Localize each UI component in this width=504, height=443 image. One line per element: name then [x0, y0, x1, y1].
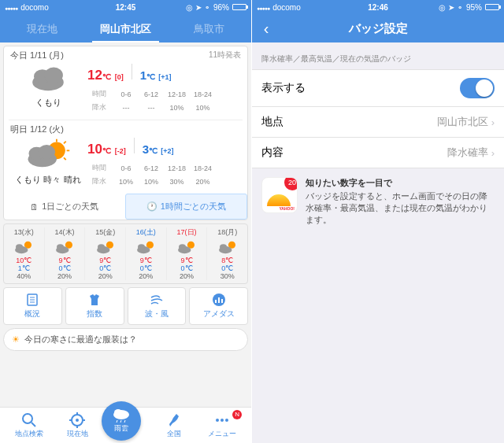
- svg-point-46: [114, 409, 122, 415]
- page-title: バッジ設定: [349, 21, 408, 36]
- today-block: 今日 1/11 (月) 11時発表 くもり 12℃ [0] 1℃ [+1] 時間…: [4, 46, 247, 120]
- partly-cloudy-icon: [24, 138, 72, 169]
- notification-badge: N: [232, 410, 242, 419]
- nav-bar: ‹ バッジ設定: [252, 14, 504, 42]
- week-col[interactable]: 18(月)8℃0℃30%: [207, 227, 247, 280]
- chevron-right-icon: ›: [491, 116, 495, 128]
- carrier: docomo: [272, 3, 301, 12]
- svg-point-13: [16, 244, 23, 249]
- btn-amedas[interactable]: アメダス: [189, 287, 248, 325]
- wind-icon: [149, 293, 165, 307]
- week-col[interactable]: 16(土)9℃0℃20%: [126, 227, 167, 280]
- battery-pct: 96%: [213, 3, 229, 12]
- info-box: YAHOO! 20 知りたい数字を一目で バッジを設定すると、ホーム画面でその日…: [252, 168, 504, 235]
- tab-tottori[interactable]: 鳥取市: [168, 22, 251, 42]
- app-icon: YAHOO! 20: [261, 177, 298, 213]
- cell-content[interactable]: 内容 降水確率›: [252, 137, 504, 168]
- settings-body: 降水確率／最高気温／現在の気温のバッジ 表示する 地点 岡山市北区› 内容 降水…: [252, 42, 504, 443]
- tab-current-location[interactable]: 現在地: [0, 22, 83, 42]
- clothing-banner[interactable]: ☀今日の寒さに最適な服装は？: [3, 328, 248, 351]
- btn-wave-wind[interactable]: 波・風: [128, 287, 187, 325]
- tomorrow-label: くもり 時々 晴れ: [9, 174, 87, 186]
- battery-icon: [485, 4, 499, 10]
- tab-menu[interactable]: Nメニュー: [198, 412, 246, 439]
- today-header: 今日 1/11 (月): [10, 50, 64, 61]
- tomorrow-table: 時間0-66-1212-1818-24 降水10%10%30%20%: [87, 161, 217, 189]
- week-col[interactable]: 17(日)9℃0℃20%: [167, 227, 208, 280]
- signal-dots-icon: [257, 3, 269, 12]
- svg-point-19: [98, 244, 105, 249]
- chevron-right-icon: ›: [491, 147, 495, 159]
- back-button[interactable]: ‹: [252, 20, 280, 38]
- search-icon: [20, 412, 38, 429]
- week-col[interactable]: 13(水)10℃1℃40%: [4, 227, 45, 280]
- today-table: 時間0-66-1212-1818-24 降水------10%10%: [87, 87, 217, 115]
- svg-point-50: [216, 419, 219, 422]
- battery-pct: 95%: [466, 3, 482, 12]
- svg-point-40: [76, 419, 79, 422]
- tab-raincloud[interactable]: 雨雲: [102, 411, 150, 441]
- main-content: 今日 1/11 (月) 11時発表 くもり 12℃ [0] 1℃ [+1] 時間…: [0, 42, 251, 407]
- svg-line-47: [117, 420, 117, 423]
- show-toggle[interactable]: [460, 78, 495, 98]
- svg-line-6: [64, 142, 66, 144]
- daily-tab[interactable]: 🗓1日ごとの天気: [4, 194, 125, 220]
- btn-overview[interactable]: 概況: [3, 287, 62, 325]
- svg-point-16: [57, 244, 64, 249]
- signal-dots-icon: [5, 3, 17, 12]
- tab-national[interactable]: 全国: [150, 412, 198, 439]
- forecast-card: 今日 1/11 (月) 11時発表 くもり 12℃ [0] 1℃ [+1] 時間…: [3, 46, 248, 220]
- svg-point-10: [38, 145, 55, 159]
- tomorrow-low: 3℃ [+2]: [143, 142, 174, 156]
- today-low: 1℃ [+1]: [140, 68, 172, 82]
- section-header: 降水確率／最高気温／現在の気温のバッジ: [252, 42, 504, 69]
- tomorrow-header: 明日 1/12 (火): [10, 124, 64, 135]
- tomorrow-block: 明日 1/12 (火) くもり 時々 晴れ 10℃ [-2] 3℃ [+2]: [4, 120, 247, 194]
- svg-point-51: [220, 419, 224, 422]
- phone-weather: docomo 12:45 ◎ ➤ ⚬96% 現在地 岡山市北区 鳥取市 今日 1…: [0, 0, 252, 443]
- issued-time: 11時発表: [209, 50, 241, 61]
- tab-search[interactable]: 地点検索: [5, 412, 53, 439]
- cell-location[interactable]: 地点 岡山市北区›: [252, 106, 504, 138]
- tab-here[interactable]: 現在地: [53, 412, 101, 439]
- hourly-tab[interactable]: 🕐1時間ごとの天気: [125, 194, 248, 220]
- chart-icon: [211, 293, 227, 307]
- info-title: 知りたい数字を一目で: [306, 177, 495, 189]
- show-label: 表示する: [261, 81, 306, 95]
- forecast-mode-tabs: 🗓1日ごとの天気 🕐1時間ごとの天気: [4, 194, 247, 220]
- location-label: 地点: [261, 115, 284, 129]
- badge-number: 20: [284, 177, 298, 190]
- calendar-icon: 🗓: [30, 202, 39, 212]
- document-icon: [24, 293, 40, 307]
- svg-point-52: [225, 419, 228, 422]
- rain-cloud-icon: [111, 408, 132, 423]
- week-col[interactable]: 14(木)9℃0℃20%: [45, 227, 86, 280]
- tab-okayama[interactable]: 岡山市北区: [83, 22, 167, 42]
- city-tabs: 現在地 岡山市北区 鳥取市: [0, 14, 251, 42]
- week-col[interactable]: 15(金)9℃0℃20%: [85, 227, 126, 280]
- svg-rect-36: [221, 299, 223, 303]
- status-bar: docomo 12:45 ◎ ➤ ⚬96%: [0, 0, 251, 14]
- svg-line-38: [32, 423, 35, 426]
- cloudy-icon: [26, 64, 70, 92]
- crosshair-icon: [69, 412, 86, 429]
- today-high: 12℃ [0]: [87, 68, 124, 83]
- detail-buttons: 概況 指数 波・風 アメダス: [3, 287, 248, 325]
- week-forecast[interactable]: 13(水)10℃1℃40%14(木)9℃0℃20%15(金)9℃0℃20%16(…: [3, 223, 248, 284]
- svg-line-7: [64, 157, 66, 160]
- btn-index[interactable]: 指数: [65, 287, 124, 325]
- svg-rect-35: [218, 297, 220, 303]
- svg-line-48: [120, 420, 121, 423]
- sun-icon: ☀: [12, 334, 20, 345]
- japan-icon: [165, 412, 183, 429]
- cell-show[interactable]: 表示する: [252, 69, 504, 107]
- info-body: バッジを設定すると、ホーム画面でその日の降水確率・最高気温、または現在の気温がわ…: [306, 191, 487, 224]
- content-value: 降水確率: [447, 146, 488, 160]
- location-value: 岡山市北区: [437, 115, 488, 129]
- phone-settings: docomo 12:46 ◎ ➤ ⚬95% ‹ バッジ設定 降水確率／最高気温／…: [252, 0, 504, 443]
- svg-point-37: [23, 414, 32, 423]
- content-label: 内容: [261, 146, 284, 160]
- svg-point-25: [179, 244, 186, 249]
- svg-point-2: [45, 68, 63, 83]
- shirt-icon: [87, 293, 102, 307]
